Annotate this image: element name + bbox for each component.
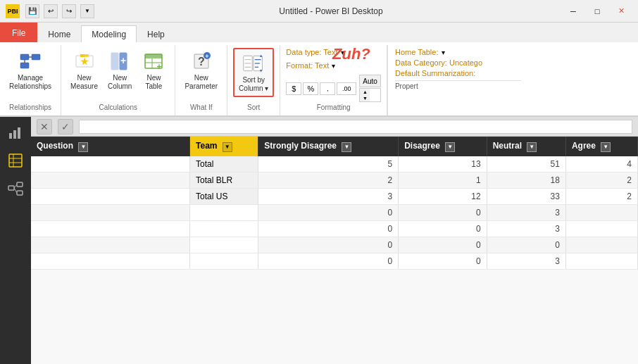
cell-agree: 2 <box>565 188 637 204</box>
cell-neutral: 3 <box>487 253 565 269</box>
svg-rect-34 <box>9 154 22 167</box>
calculations-items: ★ NewMeasure + NewColumn <box>67 48 169 102</box>
relationships-items: ManageRelationships <box>6 48 55 102</box>
home-table-row: Home Table: ▾ <box>395 48 521 56</box>
new-column-button[interactable]: + NewColumn <box>104 48 135 93</box>
new-measure-label: NewMeasure <box>70 74 98 91</box>
new-table-button[interactable]: + NewTable <box>138 48 169 93</box>
undo-icon[interactable]: ↩ <box>44 4 58 18</box>
sidebar-model-icon[interactable] <box>3 176 28 201</box>
agree-filter-icon[interactable]: ▼ <box>601 142 611 152</box>
decimal-btn[interactable]: .00 <box>337 82 356 95</box>
cell-disagree: 1 <box>399 172 487 188</box>
maximize-btn[interactable]: □ <box>586 4 608 18</box>
formula-confirm-btn[interactable]: ✓ <box>58 119 73 134</box>
cell-question <box>31 188 190 204</box>
table-header-row: Question ▼ Team ▼ Strongly Disagree ▼ <box>31 137 638 156</box>
new-parameter-button[interactable]: ? + NewParameter <box>181 48 221 93</box>
svg-rect-0 <box>20 54 29 60</box>
table-row: Total 5 13 51 4 <box>31 156 638 172</box>
sort-by-column-label: Sort byColumn ▾ <box>239 76 268 93</box>
format-controls: $ % , .00 Auto ▲ ▼ <box>286 75 381 102</box>
strongly-disagree-filter-icon[interactable]: ▼ <box>342 142 351 152</box>
ribbon-tabs: File Home Modeling Help <box>0 23 638 42</box>
new-table-label: NewTable <box>145 74 162 91</box>
tab-file[interactable]: File <box>0 23 37 42</box>
cell-agree <box>565 204 637 220</box>
cell-strongly-disagree: 0 <box>258 204 399 220</box>
data-table-wrapper: Question ▼ Team ▼ Strongly Disagree ▼ <box>31 137 638 364</box>
group-whatif: ? + NewParameter What If <box>175 45 227 115</box>
data-category-label: Data Category: Uncatego <box>395 58 482 67</box>
redo-icon[interactable]: ↪ <box>62 4 76 18</box>
formula-cancel-btn[interactable]: ✕ <box>37 119 52 134</box>
relationships-icon <box>19 50 42 73</box>
sidebar-report-icon[interactable] <box>3 120 28 145</box>
new-column-label: NewColumn <box>108 74 132 91</box>
cell-agree: 2 <box>565 172 637 188</box>
svg-rect-8 <box>85 54 89 57</box>
group-relationships: ManageRelationships Relationships <box>0 45 61 115</box>
currency-btn[interactable]: $ <box>286 82 301 95</box>
table-row: 0 0 3 <box>31 253 638 269</box>
sidebar-data-icon[interactable] <box>3 148 28 173</box>
cell-neutral: 3 <box>487 220 565 237</box>
cell-question <box>31 253 190 269</box>
svg-rect-9 <box>111 53 118 70</box>
cell-neutral: 3 <box>487 204 565 220</box>
svg-rect-31 <box>9 133 12 139</box>
table-row: Total US 3 12 33 2 <box>31 188 638 204</box>
cell-question <box>31 156 190 172</box>
manage-relationships-label: ManageRelationships <box>9 74 51 91</box>
col-team: Team ▼ <box>190 137 258 156</box>
team-filter-icon[interactable]: ▼ <box>223 142 232 152</box>
manage-relationships-button[interactable]: ManageRelationships <box>6 48 55 93</box>
percent-btn[interactable]: % <box>303 82 318 95</box>
cell-neutral: 18 <box>487 172 565 188</box>
home-table-dropdown[interactable]: ▾ <box>442 49 445 56</box>
title-bar-icons: 💾 ↩ ↪ ▼ <box>25 4 94 18</box>
save-icon[interactable]: 💾 <box>25 4 39 18</box>
relationships-group-label: Relationships <box>9 103 51 113</box>
spinner-down[interactable]: ▼ <box>360 95 370 101</box>
dropdown-icon[interactable]: ▼ <box>80 4 94 18</box>
sort-by-column-icon <box>242 52 265 75</box>
svg-rect-13 <box>145 54 162 58</box>
window-title: Untitled - Power BI Desktop <box>100 6 562 16</box>
tab-help[interactable]: Help <box>137 25 175 42</box>
disagree-filter-icon[interactable]: ▼ <box>445 142 455 152</box>
data-table: Question ▼ Team ▼ Strongly Disagree ▼ <box>31 137 638 270</box>
neutral-filter-icon[interactable]: ▼ <box>527 142 537 152</box>
app-logo: PBI <box>6 4 20 18</box>
cell-neutral: 51 <box>487 156 565 172</box>
format-label: Format: Text <box>286 61 329 70</box>
close-btn[interactable]: ✕ <box>610 4 632 18</box>
new-measure-icon: ★ <box>73 50 96 73</box>
new-parameter-label: NewParameter <box>184 74 218 91</box>
cell-strongly-disagree: 0 <box>258 253 399 269</box>
sort-items: Sort byColumn ▾ <box>233 48 274 102</box>
new-column-icon: + <box>108 50 131 73</box>
cell-agree <box>565 253 637 269</box>
cell-team <box>190 253 258 269</box>
formula-input[interactable] <box>79 120 632 134</box>
tab-modeling[interactable]: Modeling <box>81 25 137 42</box>
cell-strongly-disagree: 2 <box>258 172 399 188</box>
col-agree: Agree ▼ <box>565 137 637 156</box>
spinner-up[interactable]: ▲ <box>360 89 370 95</box>
whatif-group-label: What If <box>190 103 213 113</box>
sort-by-column-button[interactable]: Sort byColumn ▾ <box>233 48 274 97</box>
window-controls: ─ □ ✕ <box>562 4 632 18</box>
comma-btn[interactable]: , <box>320 82 335 95</box>
new-measure-button[interactable]: ★ NewMeasure <box>67 48 101 93</box>
question-filter-icon[interactable]: ▼ <box>78 142 88 152</box>
cell-team <box>190 237 258 253</box>
svg-line-42 <box>14 188 17 193</box>
col-strongly-disagree: Strongly Disagree ▼ <box>258 137 399 156</box>
cell-strongly-disagree: 5 <box>258 156 399 172</box>
cell-disagree: 0 <box>399 237 487 253</box>
col-neutral: Neutral ▼ <box>487 137 565 156</box>
cell-team: Total <box>190 156 258 172</box>
tab-home[interactable]: Home <box>37 25 81 42</box>
minimize-btn[interactable]: ─ <box>562 4 584 18</box>
